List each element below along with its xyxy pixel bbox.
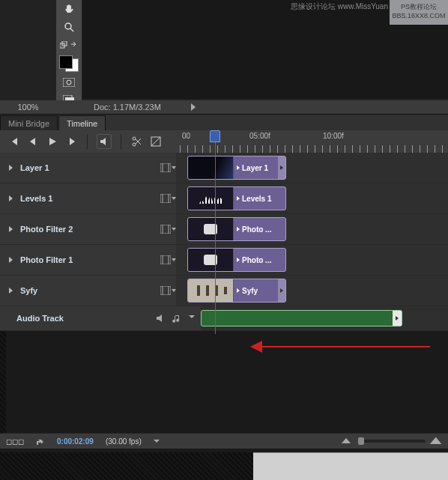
expand-track-icon[interactable]	[9, 226, 13, 232]
clip-label-area: Layer 1	[234, 157, 285, 179]
clip-play-icon	[237, 196, 240, 201]
clip[interactable]: Layer 1	[187, 156, 286, 180]
filmstrip-icon[interactable]	[160, 285, 172, 296]
svg-point-9	[133, 137, 136, 140]
hand-tool-icon[interactable]	[61, 1, 77, 16]
zoom-in-icon[interactable]	[430, 437, 444, 445]
clip-label: Photo ...	[242, 225, 271, 234]
fps-caret-icon[interactable]	[154, 438, 160, 444]
zoom-out-icon[interactable]	[342, 438, 352, 444]
canvas-area	[0, 0, 448, 114]
track-header[interactable]: Layer 1	[0, 153, 176, 183]
transition-icon[interactable]	[150, 136, 162, 148]
color-swatch[interactable]	[59, 55, 79, 72]
audio-track-row: Audio Track	[0, 306, 448, 331]
swap-icon[interactable]	[70, 37, 78, 52]
playhead-line	[215, 141, 216, 334]
quickmask-icon[interactable]	[61, 75, 77, 90]
svg-rect-14	[160, 194, 171, 203]
svg-line-1	[70, 28, 73, 31]
svg-point-5	[67, 80, 71, 85]
svg-rect-17	[160, 225, 171, 234]
watermark-box: PS教程论坛 BBS.16XX8.COM	[390, 0, 448, 25]
clip-label-area: Photo ...	[234, 249, 285, 271]
svg-point-8	[133, 143, 136, 146]
stack-back-icon[interactable]	[60, 37, 67, 52]
mute-icon[interactable]	[97, 134, 112, 149]
expand-track-icon[interactable]	[9, 257, 13, 263]
track-header[interactable]: Syfy	[0, 276, 176, 306]
track-lane[interactable]: Layer 1	[176, 153, 448, 183]
ruler-tick-2: 10:00f	[323, 132, 344, 140]
clip-label: Syfy	[242, 287, 258, 295]
expand-track-icon[interactable]	[9, 165, 13, 171]
track-lane[interactable]: Syfy	[176, 276, 448, 306]
status-menu-icon[interactable]	[191, 103, 196, 111]
clip-play-icon	[237, 258, 240, 262]
audio-track-header[interactable]: Audio Track	[0, 306, 201, 330]
frames-indicator: ◻◻◻	[6, 437, 24, 446]
track-name: Layer 1	[20, 163, 49, 172]
share-icon[interactable]	[36, 437, 45, 446]
track-row: Photo Filter 2 Photo ...	[0, 214, 448, 245]
svg-rect-4	[63, 78, 75, 87]
audio-note-icon[interactable]	[172, 314, 181, 323]
split-clip-icon[interactable]	[130, 136, 142, 148]
track-name: Photo Filter 2	[20, 225, 73, 234]
track-lane[interactable]: Photo ...	[176, 214, 448, 244]
track-row: Layer 1 Layer 1	[0, 153, 448, 183]
foreground-color[interactable]	[59, 55, 73, 69]
filmstrip-icon[interactable]	[160, 255, 172, 265]
audio-clip-endcap-icon[interactable]	[393, 311, 402, 326]
tab-timeline[interactable]: Timeline	[58, 115, 106, 131]
current-time[interactable]: 0:00:02:09	[57, 437, 94, 446]
audio-speaker-icon[interactable]	[156, 314, 165, 323]
track-lane[interactable]: Levels 1	[176, 183, 448, 213]
track-header[interactable]: Photo Filter 1	[0, 245, 176, 275]
track-header[interactable]: Photo Filter 2	[0, 214, 176, 244]
track-header[interactable]: Levels 1	[0, 183, 176, 213]
clip-thumbnail	[188, 218, 234, 240]
filmstrip-icon[interactable]	[160, 162, 172, 173]
audio-menu-caret-icon[interactable]	[189, 314, 195, 323]
zoom-tool-icon[interactable]	[61, 19, 77, 34]
svg-rect-23	[160, 286, 171, 295]
prev-frame-icon[interactable]	[27, 136, 39, 148]
clip-label: Levels 1	[242, 195, 271, 203]
play-icon[interactable]	[46, 136, 58, 148]
audio-track-name: Audio Track	[16, 314, 64, 323]
audio-clip[interactable]	[201, 310, 402, 326]
clip[interactable]: Photo ...	[187, 217, 286, 241]
clip-play-icon	[237, 227, 240, 231]
clip-endcap-icon[interactable]	[278, 279, 285, 302]
clip-thumbnail	[188, 249, 234, 271]
filmstrip-icon[interactable]	[160, 193, 172, 204]
track-lane[interactable]: Photo ...	[176, 245, 448, 275]
clip-play-icon	[237, 165, 240, 170]
track-row: Photo Filter 1 Photo ...	[0, 245, 448, 276]
tab-mini-bridge[interactable]: Mini Bridge	[0, 115, 58, 131]
next-frame-icon[interactable]	[66, 136, 78, 148]
zoom-level[interactable]: 100%	[0, 103, 56, 112]
clip-label: Layer 1	[242, 164, 268, 172]
audio-lane[interactable]	[201, 306, 448, 330]
track-name: Photo Filter 1	[20, 255, 73, 264]
ruler-ticks	[180, 145, 447, 153]
ruler-tick-1: 05:00f	[249, 132, 270, 140]
playhead-handle[interactable]	[210, 130, 220, 142]
clip-endcap-icon[interactable]	[278, 157, 285, 179]
clip-play-icon	[237, 288, 240, 293]
go-to-first-frame-icon[interactable]	[7, 136, 19, 148]
expand-track-icon[interactable]	[9, 288, 13, 294]
watermark-line2: BBS.16XX8.COM	[390, 11, 448, 20]
clip[interactable]: Photo ...	[187, 248, 286, 272]
track-name: Syfy	[20, 286, 37, 295]
expand-track-icon[interactable]	[9, 195, 13, 201]
clip-thumbnail	[188, 279, 234, 302]
clip[interactable]: Levels 1	[187, 186, 286, 210]
clip[interactable]: Syfy	[187, 279, 286, 303]
clip-label: Photo ...	[242, 256, 271, 264]
zoom-slider[interactable]	[358, 440, 426, 443]
zoom-slider-thumb[interactable]	[358, 437, 364, 445]
filmstrip-icon[interactable]	[160, 224, 172, 234]
